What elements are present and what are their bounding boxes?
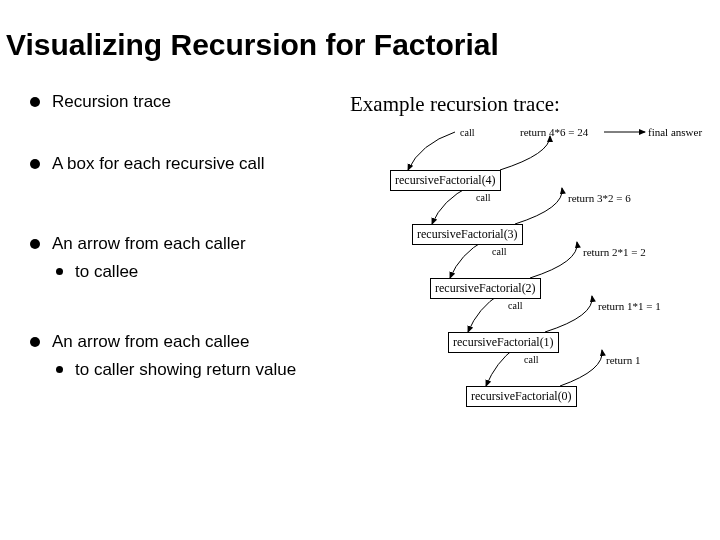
return-label: return 1*1 = 1 <box>598 300 661 312</box>
bullet-text: An arrow from each caller <box>52 234 246 254</box>
bullet-text: A box for each recursive call <box>52 154 265 174</box>
call-box-4: recursiveFactorial(4) <box>390 170 501 191</box>
bullet-icon <box>30 239 40 249</box>
call-box-3: recursiveFactorial(3) <box>412 224 523 245</box>
list-item: Recursion trace <box>30 92 350 112</box>
diagram-area: Example recursion trace: call call <box>350 92 708 492</box>
content-area: Recursion trace A box for each recursive… <box>0 62 720 492</box>
list-item: An arrow from each caller to callee <box>30 234 350 282</box>
sub-list-item: to callee <box>56 262 350 282</box>
call-label: call <box>508 300 522 311</box>
call-box-2: recursiveFactorial(2) <box>430 278 541 299</box>
sub-list-item: to caller showing return value <box>56 360 350 380</box>
example-title: Example recursion trace: <box>350 92 708 117</box>
call-label: call <box>476 192 490 203</box>
bullet-text: to callee <box>75 262 138 282</box>
list-item: An arrow from each callee to caller show… <box>30 332 350 380</box>
call-label: call <box>492 246 506 257</box>
bullet-icon <box>56 268 63 275</box>
page-title: Visualizing Recursion for Factorial <box>0 0 720 62</box>
list-item: A box for each recursive call <box>30 154 350 174</box>
call-box-0: recursiveFactorial(0) <box>466 386 577 407</box>
bullet-list: Recursion trace A box for each recursive… <box>30 92 350 492</box>
call-label: call <box>460 127 474 138</box>
return-label: return 1 <box>606 354 641 366</box>
bullet-icon <box>30 159 40 169</box>
final-answer-label: final answer <box>648 126 702 138</box>
return-label: return 2*1 = 2 <box>583 246 646 258</box>
bullet-text: to caller showing return value <box>75 360 296 380</box>
bullet-icon <box>56 366 63 373</box>
bullet-icon <box>30 337 40 347</box>
bullet-text: Recursion trace <box>52 92 171 112</box>
return-label: return 3*2 = 6 <box>568 192 631 204</box>
call-box-1: recursiveFactorial(1) <box>448 332 559 353</box>
return-label: return 4*6 = 24 <box>520 126 588 138</box>
bullet-icon <box>30 97 40 107</box>
bullet-text: An arrow from each callee <box>52 332 249 352</box>
call-label: call <box>524 354 538 365</box>
